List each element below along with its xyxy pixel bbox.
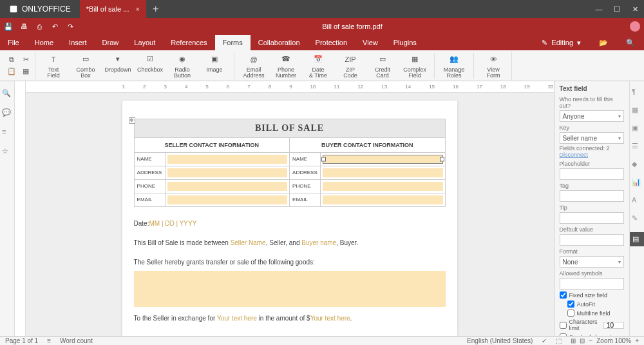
table-settings-icon[interactable]: ▦	[632, 106, 642, 116]
amount-field[interactable]: Your text here	[310, 315, 350, 322]
ribbon-text-field-button[interactable]: TTextField	[39, 53, 68, 80]
ribbon-checkbox-button[interactable]: ☑Checkbox	[136, 53, 164, 74]
charlimit-checkbox[interactable]	[560, 322, 567, 329]
format-select[interactable]: None	[560, 256, 624, 268]
editing-mode-button[interactable]: ✎ Editing ▾	[533, 35, 590, 50]
redo-icon[interactable]: ↷	[66, 22, 75, 31]
fit-width-icon[interactable]: ⊟	[580, 337, 585, 344]
default-label: Default value	[560, 226, 624, 233]
search-icon[interactable]: 🔍	[2, 89, 12, 99]
comb-checkbox[interactable]	[560, 333, 567, 336]
tab-collaboration[interactable]: Collaboration	[251, 35, 308, 50]
close-window-button[interactable]: ✕	[626, 0, 644, 18]
copy-icon[interactable]: ⧉	[6, 55, 17, 65]
quickprint-icon[interactable]: ⎙	[35, 22, 44, 31]
undo-icon[interactable]: ↶	[50, 22, 59, 31]
page-indicator[interactable]: Page 1 of 1	[5, 337, 38, 344]
image-settings-icon[interactable]: ▣	[632, 124, 642, 134]
close-tab-icon[interactable]: ×	[135, 5, 139, 13]
tab-references[interactable]: References	[163, 35, 214, 50]
tab-home[interactable]: Home	[27, 35, 61, 50]
zoom-in-button[interactable]: +	[635, 337, 639, 344]
tab-insert[interactable]: Insert	[61, 35, 95, 50]
charlimit-input[interactable]	[603, 322, 624, 329]
ribbon-radio-button-button[interactable]: ◉RadioButton	[168, 53, 196, 80]
credit-card-icon: ▭	[376, 53, 389, 66]
form-settings-icon[interactable]: ▤	[630, 232, 644, 246]
ribbon-manage-roles-button[interactable]: 👥ManageRoles	[440, 53, 468, 80]
seller-name-field[interactable]	[167, 155, 288, 164]
paragraph-settings-icon[interactable]: ¶	[632, 88, 642, 98]
seller-name-field[interactable]: Seller Name	[231, 239, 266, 246]
autofit-checkbox[interactable]	[567, 301, 574, 308]
ribbon-zip-code-button[interactable]: ZIPZIPCode	[336, 53, 365, 80]
shape-settings-icon[interactable]: ◆	[632, 160, 642, 170]
ribbon-image-button[interactable]: ▣Image	[200, 53, 229, 74]
zoom-out-button[interactable]: −	[589, 337, 592, 344]
goods-field[interactable]	[134, 271, 446, 307]
headings-icon[interactable]: ≡	[2, 128, 12, 138]
find-button[interactable]: 🔍	[617, 35, 644, 50]
tab-view[interactable]: View	[355, 35, 386, 50]
allowed-input[interactable]	[560, 278, 624, 290]
feedback-icon[interactable]: ☆	[2, 147, 12, 157]
date-placeholder[interactable]: MM | DD | YYYY	[149, 220, 196, 227]
signature-settings-icon[interactable]: ✎	[632, 214, 642, 224]
tab-protection[interactable]: Protection	[308, 35, 355, 50]
ribbon-view-form-button[interactable]: 👁ViewForm	[479, 53, 507, 80]
buyer-email-field[interactable]	[323, 195, 443, 204]
ribbon-combo-box-button[interactable]: ▭ComboBox	[71, 53, 100, 80]
comments-icon[interactable]: 💬	[2, 108, 12, 119]
document-canvas[interactable]: ✥ BILL OF SALE SELLER CONTACT INFORMATIO…	[26, 93, 554, 336]
tab-plugins[interactable]: Plugins	[386, 35, 424, 50]
document-tab[interactable]: *Bill of sale ... ×	[80, 0, 146, 18]
ribbon-complex-field-button[interactable]: ▦ComplexField	[401, 53, 429, 80]
placeholder-input[interactable]	[560, 168, 624, 180]
disconnect-link[interactable]: Disconnect	[560, 152, 589, 158]
seller-email-field[interactable]	[167, 195, 288, 204]
tag-input[interactable]	[560, 190, 624, 202]
ribbon-email-address-button[interactable]: @EmailAddress	[240, 53, 268, 80]
buyer-name-field[interactable]: Buyer name	[301, 239, 336, 246]
spellcheck-icon[interactable]: ✓	[542, 337, 547, 344]
user-avatar[interactable]	[630, 21, 640, 32]
maximize-button[interactable]: ☐	[608, 0, 626, 18]
key-select[interactable]: Seller name	[560, 132, 624, 144]
tracking-icon[interactable]: ⬚	[556, 337, 562, 344]
ribbon-credit-card-button[interactable]: ▭CreditCard	[368, 53, 397, 80]
multiline-checkbox[interactable]	[567, 310, 574, 317]
exchange-field[interactable]: Your text here	[217, 315, 257, 322]
language-button[interactable]: English (United States)	[467, 337, 533, 344]
table-anchor-icon[interactable]: ✥	[129, 117, 135, 124]
textart-settings-icon[interactable]: A	[632, 196, 642, 206]
ribbon-dropdown-button[interactable]: ▾Dropdown	[104, 53, 132, 74]
save-icon[interactable]: 💾	[4, 22, 13, 31]
fixed-checkbox[interactable]	[560, 291, 567, 299]
tip-input[interactable]	[560, 212, 624, 224]
buyer-phone-field[interactable]	[323, 182, 443, 191]
seller-phone-field[interactable]	[167, 182, 288, 191]
open-location-button[interactable]: 📂	[590, 35, 617, 50]
buyer-name-field[interactable]	[323, 155, 443, 164]
ribbon-phone-number-button[interactable]: ☎PhoneNumber	[272, 53, 300, 80]
tab-forms[interactable]: Forms	[215, 35, 251, 50]
add-tab-button[interactable]: +	[146, 3, 165, 15]
buyer-address-field[interactable]	[323, 168, 443, 177]
tab-file[interactable]: File	[0, 35, 27, 50]
word-count[interactable]: Word count	[60, 337, 93, 344]
fit-page-icon[interactable]: ⊞	[571, 337, 576, 344]
header-settings-icon[interactable]: ☰	[632, 142, 642, 152]
seller-address-field[interactable]	[167, 168, 288, 177]
cut-icon[interactable]: ✂	[21, 55, 31, 65]
paste-icon[interactable]: 📋	[6, 66, 17, 77]
select-all-icon[interactable]: ▦	[21, 66, 31, 77]
tab-draw[interactable]: Draw	[95, 35, 127, 50]
minimize-button[interactable]: —	[590, 0, 608, 18]
tab-layout[interactable]: Layout	[126, 35, 163, 50]
print-icon[interactable]: 🖶	[19, 22, 28, 31]
ribbon-date-time-button[interactable]: 📅Date& Time	[304, 53, 332, 80]
chart-settings-icon[interactable]: 📊	[632, 178, 642, 188]
default-input[interactable]	[560, 234, 624, 246]
who-select[interactable]: Anyone	[560, 110, 624, 122]
zoom-level[interactable]: Zoom 100%	[596, 337, 631, 344]
